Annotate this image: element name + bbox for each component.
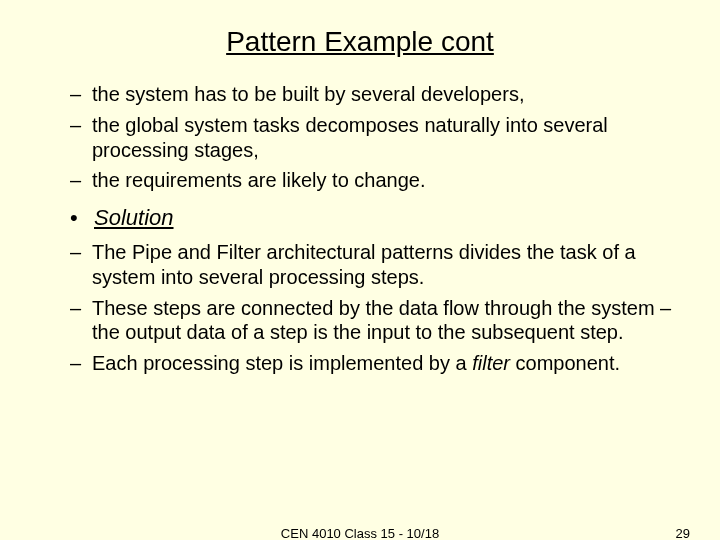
text: These steps are connected by the data fl…	[92, 297, 671, 344]
list-item: the system has to be built by several de…	[70, 82, 680, 107]
list-item: The Pipe and Filter architectural patter…	[70, 240, 680, 290]
solution-header-list: Solution	[40, 205, 680, 232]
text: Each processing step is implemented by a	[92, 352, 472, 374]
solution-header: Solution	[70, 205, 680, 232]
list-item: the requirements are likely to change.	[70, 168, 680, 193]
list-item: the global system tasks decomposes natur…	[70, 113, 680, 163]
solution-label: Solution	[94, 205, 174, 230]
slide: Pattern Example cont the system has to b…	[0, 0, 720, 540]
text: component.	[510, 352, 620, 374]
context-list: the system has to be built by several de…	[40, 82, 680, 193]
page-number: 29	[676, 526, 690, 540]
list-item: Each processing step is implemented by a…	[70, 351, 680, 376]
text: The Pipe and Filter architectural patter…	[92, 241, 636, 288]
footer-center: CEN 4010 Class 15 - 10/18	[0, 526, 720, 540]
italic-text: filter	[472, 352, 510, 374]
list-item: These steps are connected by the data fl…	[70, 296, 680, 346]
slide-title: Pattern Example cont	[40, 26, 680, 58]
solution-list: The Pipe and Filter architectural patter…	[40, 240, 680, 376]
